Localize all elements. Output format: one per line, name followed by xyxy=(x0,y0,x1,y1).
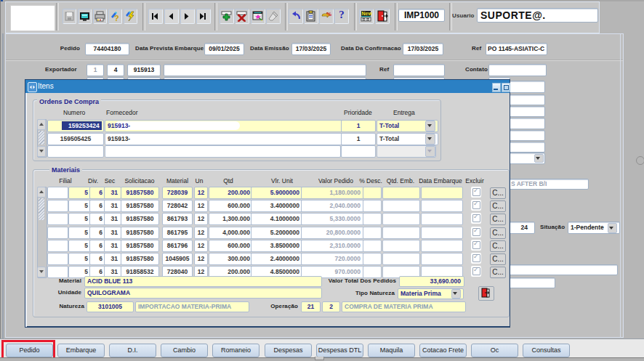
svg-text:?: ? xyxy=(114,14,119,22)
svg-text:New: New xyxy=(362,11,373,16)
svg-text:%: % xyxy=(326,11,331,17)
